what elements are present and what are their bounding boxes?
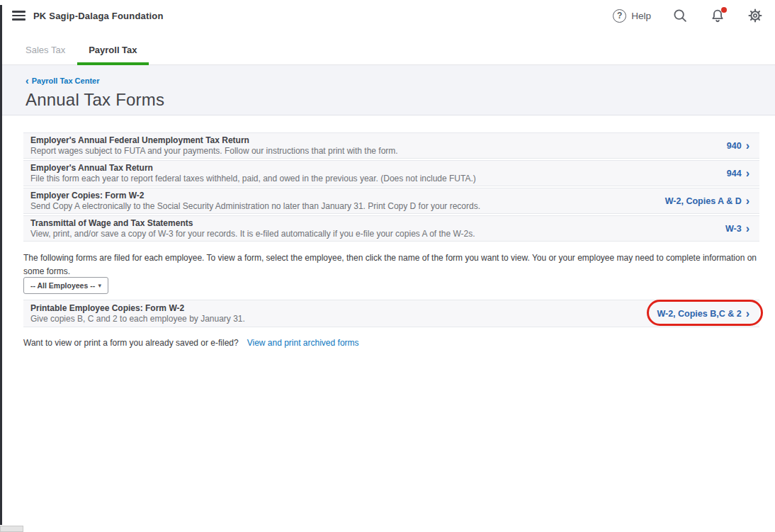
form-description: View, print, and/or save a copy of W-3 f… xyxy=(30,229,475,239)
form-link-label: W-2, Copies B,C & 2 xyxy=(657,309,741,319)
form-link-940[interactable]: 940 › xyxy=(727,141,749,151)
form-title: Employer's Annual Tax Return xyxy=(30,163,476,174)
question-circle-icon: ? xyxy=(613,9,626,23)
app-header: PK Sagip-Dalaga Foundation ? Help xyxy=(2,0,775,31)
form-title: Employer's Annual Federal Unemployment T… xyxy=(30,135,398,146)
form-row-w3: Transmittal of Wage and Tax Statements V… xyxy=(23,215,759,242)
notifications-button[interactable] xyxy=(709,7,726,24)
chevron-right-icon: › xyxy=(746,225,749,233)
form-row-w2-employer: Employer Copies: Form W-2 Send Copy A el… xyxy=(23,188,759,214)
header-actions: ? Help xyxy=(613,7,764,24)
search-button[interactable] xyxy=(672,7,689,24)
form-description: Report wages subject to FUTA and your pa… xyxy=(30,146,398,157)
hamburger-menu-icon[interactable] xyxy=(12,11,26,21)
employees-dropdown[interactable]: -- All Employees -- ▾ xyxy=(23,277,108,294)
form-row-944: Employer's Annual Tax Return File this f… xyxy=(23,160,759,186)
archived-forms-question: Want to view or print a form you already… xyxy=(23,338,239,348)
form-description: Send Copy A electronically to the Social… xyxy=(30,201,480,212)
notification-dot xyxy=(721,7,727,13)
dropdown-selected-value: -- All Employees -- xyxy=(30,281,95,290)
chevron-right-icon: › xyxy=(746,142,749,150)
form-row-940: Employer's Annual Federal Unemployment T… xyxy=(23,132,759,159)
employee-forms-intro: The following forms are filed for each e… xyxy=(23,251,762,278)
form-text: Printable Employee Copies: Form W-2 Give… xyxy=(30,303,245,324)
form-description: Give copies B, C and 2 to each employee … xyxy=(30,314,245,324)
form-link-w2-copies-b-c-2[interactable]: W-2, Copies B,C & 2 › xyxy=(657,309,749,319)
form-text: Employer Copies: Form W-2 Send Copy A el… xyxy=(30,191,480,212)
tab-sales-tax[interactable]: Sales Tax xyxy=(26,45,65,64)
horizontal-scrollbar[interactable] xyxy=(0,526,23,532)
search-icon xyxy=(672,8,688,23)
gear-icon xyxy=(747,8,763,23)
form-text: Employer's Annual Tax Return File this f… xyxy=(30,163,476,184)
form-link-w3[interactable]: W-3 › xyxy=(725,224,749,234)
tab-payroll-tax[interactable]: Payroll Tax xyxy=(89,45,137,64)
chevron-left-icon: ‹ xyxy=(26,77,29,84)
form-link-label: W-3 xyxy=(725,224,742,234)
caret-down-icon: ▾ xyxy=(98,282,101,289)
form-text: Transmittal of Wage and Tax Statements V… xyxy=(30,218,475,239)
form-title: Printable Employee Copies: Form W-2 xyxy=(30,303,245,314)
breadcrumb-payroll-tax-center[interactable]: ‹ Payroll Tax Center xyxy=(26,77,99,85)
form-title: Employer Copies: Form W-2 xyxy=(30,191,480,201)
company-name: PK Sagip-Dalaga Foundation xyxy=(33,11,164,21)
form-description: File this form each year to report feder… xyxy=(30,174,476,184)
form-row-w2-employee-copies: Printable Employee Copies: Form W-2 Give… xyxy=(23,300,759,327)
help-label: Help xyxy=(631,11,651,21)
page-title: Annual Tax Forms xyxy=(26,90,775,110)
page-header: ‹ Payroll Tax Center Annual Tax Forms xyxy=(2,65,775,115)
employer-forms-list: Employer's Annual Federal Unemployment T… xyxy=(23,132,759,243)
form-link-label: 944 xyxy=(727,169,742,179)
form-text: Employer's Annual Federal Unemployment T… xyxy=(30,135,398,157)
form-title: Transmittal of Wage and Tax Statements xyxy=(30,218,475,229)
form-link-944[interactable]: 944 › xyxy=(727,169,749,179)
tab-bar: Sales Tax Payroll Tax xyxy=(2,31,775,65)
archived-forms-line: Want to view or print a form you already… xyxy=(23,338,359,348)
settings-button[interactable] xyxy=(747,7,764,24)
employee-forms-list: Printable Employee Copies: Form W-2 Give… xyxy=(23,300,759,327)
breadcrumb-label: Payroll Tax Center xyxy=(32,77,100,85)
chevron-right-icon: › xyxy=(746,310,749,318)
form-link-label: W-2, Copies A & D xyxy=(665,196,742,206)
form-link-label: 940 xyxy=(727,141,742,151)
archived-forms-link[interactable]: View and print archived forms xyxy=(247,338,359,348)
help-button[interactable]: ? Help xyxy=(613,9,651,23)
form-link-w2-copies-a-d[interactable]: W-2, Copies A & D › xyxy=(665,196,749,206)
chevron-right-icon: › xyxy=(746,169,749,178)
chevron-right-icon: › xyxy=(746,197,749,205)
